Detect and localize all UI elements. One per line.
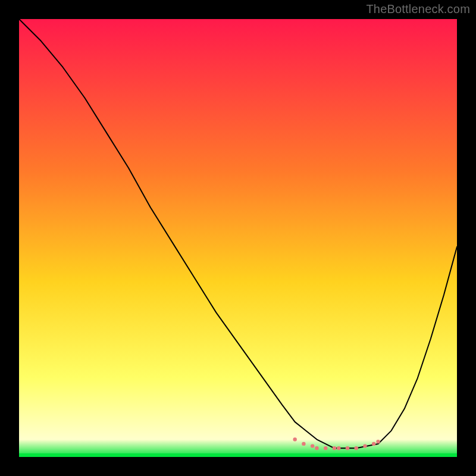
watermark-text: TheBottleneck.com xyxy=(366,2,470,16)
svg-point-11 xyxy=(376,440,380,443)
chart-stage: TheBottleneck.com xyxy=(0,0,476,476)
chart-baseline xyxy=(19,453,457,457)
chart-svg xyxy=(19,19,457,457)
svg-point-10 xyxy=(372,442,375,446)
svg-point-0 xyxy=(293,437,296,441)
svg-point-9 xyxy=(363,444,367,447)
svg-point-2 xyxy=(311,444,314,447)
svg-point-3 xyxy=(315,446,318,450)
svg-point-5 xyxy=(333,446,336,450)
svg-point-8 xyxy=(355,446,358,450)
svg-point-7 xyxy=(346,446,349,450)
svg-point-1 xyxy=(302,442,305,446)
svg-point-6 xyxy=(337,446,340,450)
chart-background xyxy=(19,19,457,457)
chart-plot xyxy=(19,19,457,457)
svg-point-4 xyxy=(324,446,327,450)
